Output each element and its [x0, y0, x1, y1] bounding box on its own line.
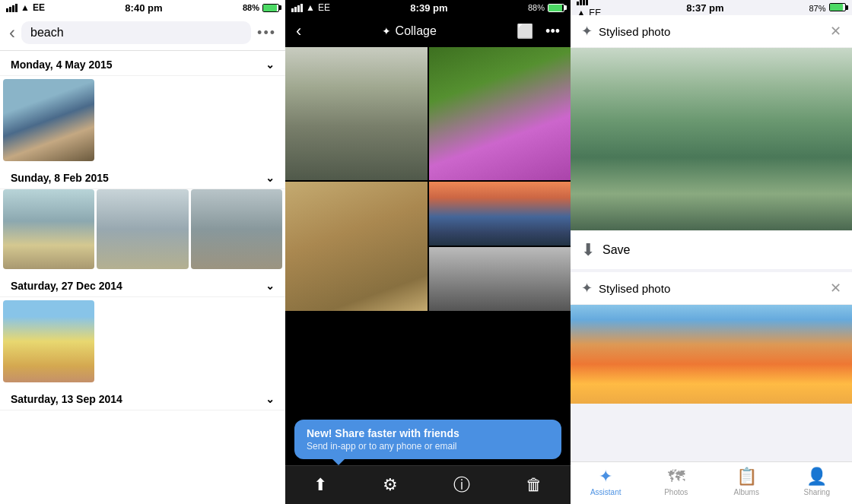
card-header-2: ✦ Stylised photo ✕ — [571, 272, 852, 305]
chevron-down-icon: ⌄ — [265, 393, 275, 405]
date-header-3[interactable]: Saturday, 27 Dec 2014 ⌄ — [0, 272, 285, 297]
chevron-down-icon: ⌄ — [265, 59, 275, 71]
carrier-label: EE — [33, 2, 45, 13]
collage-top-row — [285, 47, 571, 180]
collage-area — [285, 47, 571, 414]
panel-collage: ▲ EE 8:39 pm 88% ‹ ✦ Collage ⬜ ••• — [285, 0, 571, 504]
sharing-tab-label: Sharing — [804, 488, 830, 496]
sparkle-icon: ✦ — [581, 280, 593, 296]
back-button[interactable]: ‹ — [9, 24, 15, 42]
signal-icon — [577, 0, 601, 5]
save-row[interactable]: ⬇ Save — [571, 230, 852, 269]
back-button[interactable]: ‹ — [296, 21, 301, 41]
search-input[interactable]: beach — [21, 21, 251, 44]
date-header-2[interactable]: Sunday, 8 Feb 2015 ⌄ — [0, 164, 285, 189]
wifi-icon: ▲ — [21, 2, 30, 13]
toast-subtitle: Send in-app or to any phone or email — [307, 441, 549, 452]
albums-tab-label: Albums — [734, 488, 759, 496]
collage-nav: ‹ ✦ Collage ⬜ ••• — [285, 15, 571, 47]
photo-thumbnail[interactable] — [3, 79, 94, 161]
signal-icon — [6, 4, 17, 12]
info-icon[interactable]: ⓘ — [453, 474, 470, 496]
photo-thumbnail[interactable] — [3, 300, 94, 382]
more-icon[interactable]: ••• — [545, 24, 560, 40]
battery-percent: 88% — [528, 3, 545, 12]
photos-tab-icon: 🗺 — [668, 467, 685, 487]
assistant-tab-label: Assistant — [590, 488, 622, 496]
search-bar: ‹ beach ••• — [0, 15, 285, 51]
bottom-nav: ✦ Assistant 🗺 Photos 📋 Albums 👤 Sharing — [571, 461, 852, 504]
assistant-card-2: ✦ Stylised photo ✕ — [571, 272, 852, 404]
p2-toolbar: ⬆ ⚙ ⓘ 🗑 — [285, 465, 571, 504]
date-header-1[interactable]: Monday, 4 May 2015 ⌄ — [0, 51, 285, 76]
photo-thumbnail[interactable] — [3, 189, 94, 269]
date-header-4[interactable]: Saturday, 13 Sep 2014 ⌄ — [0, 385, 285, 410]
clock: 8:37 pm — [686, 2, 723, 14]
photo-row-3 — [0, 297, 285, 385]
card-title-2: Stylised photo — [599, 282, 670, 295]
save-label: Save — [602, 243, 630, 257]
sharing-tab-icon: 👤 — [806, 467, 827, 487]
battery-percent: 88% — [243, 3, 259, 12]
signal-icon — [291, 4, 303, 12]
download-icon: ⬇ — [581, 240, 595, 260]
battery-icon — [262, 4, 279, 12]
clock: 8:40 pm — [125, 2, 162, 14]
panel-assistant: ▲ EE 8:37 pm 87% ✦ Stylised photo ✕ ⬇ Sa… — [571, 0, 852, 504]
photo-thumbnail[interactable] — [97, 189, 188, 269]
close-button-1[interactable]: ✕ — [830, 23, 841, 40]
clock: 8:39 pm — [410, 2, 447, 14]
sparkle-icon: ✦ — [382, 25, 391, 37]
chevron-down-icon: ⌄ — [265, 280, 275, 292]
status-bar-2: ▲ EE 8:39 pm 88% — [285, 0, 571, 15]
more-button[interactable]: ••• — [257, 25, 276, 41]
toast-banner: New! Share faster with friends Send in-a… — [294, 420, 561, 459]
panel-search: ▲ EE 8:40 pm 88% ‹ beach ••• Monday, 4 M… — [0, 0, 285, 504]
card-header-1: ✦ Stylised photo ✕ — [571, 15, 852, 48]
tab-assistant[interactable]: ✦ Assistant — [571, 467, 641, 496]
toast-title: New! Share faster with friends — [307, 427, 549, 439]
battery-percent: 87% — [809, 4, 826, 13]
status-bar-1: ▲ EE 8:40 pm 88% — [0, 0, 285, 15]
share-icon[interactable]: ⬆ — [313, 475, 327, 495]
chevron-down-icon: ⌄ — [265, 172, 275, 184]
assistant-tab-icon: ✦ — [599, 467, 612, 487]
tab-photos[interactable]: 🗺 Photos — [641, 467, 712, 496]
card-image-sunset[interactable] — [571, 305, 852, 404]
close-button-2[interactable]: ✕ — [830, 280, 841, 296]
battery-icon — [829, 3, 846, 11]
adjustments-icon[interactable]: ⚙ — [383, 475, 398, 495]
status-bar-3: ▲ EE 8:37 pm 87% — [571, 0, 852, 15]
toast-arrow — [332, 459, 345, 465]
battery-icon — [548, 4, 564, 12]
cast-icon[interactable]: ⬜ — [517, 23, 533, 40]
collage-photo-flowers[interactable] — [429, 47, 571, 180]
carrier-label: EE — [318, 2, 330, 13]
sparkle-icon: ✦ — [581, 23, 593, 40]
assistant-card-1: ✦ Stylised photo ✕ ⬇ Save — [571, 15, 852, 269]
photos-tab-label: Photos — [664, 488, 688, 496]
tab-sharing[interactable]: 👤 Sharing — [782, 467, 853, 496]
wifi-icon: ▲ — [306, 2, 315, 13]
card-title-1: Stylised photo — [599, 25, 670, 38]
collage-photo-bwhands[interactable] — [429, 247, 571, 311]
photo-row-1 — [0, 76, 285, 164]
tab-albums[interactable]: 📋 Albums — [711, 467, 782, 496]
photo-thumbnail[interactable] — [191, 189, 282, 269]
collage-photo-fog[interactable] — [285, 47, 428, 180]
photo-row-2 — [0, 189, 285, 272]
collage-photo-sunset[interactable] — [429, 182, 571, 246]
collage-photo-rocks[interactable] — [285, 182, 428, 311]
delete-icon[interactable]: 🗑 — [526, 475, 542, 495]
search-results-scroll[interactable]: Monday, 4 May 2015 ⌄ Sunday, 8 Feb 2015 … — [0, 51, 285, 504]
collage-bottom-row — [285, 182, 571, 311]
albums-tab-icon: 📋 — [736, 467, 757, 487]
card-image-forest[interactable] — [571, 48, 852, 230]
collage-title: Collage — [396, 24, 437, 38]
